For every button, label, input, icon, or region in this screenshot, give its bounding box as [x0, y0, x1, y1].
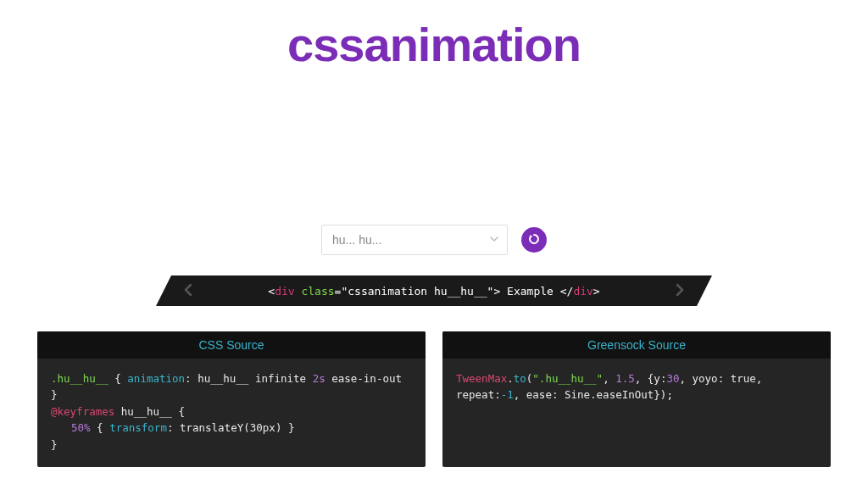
css-source-code: .hu__hu__ { animation: hu__hu__ infinite…	[37, 359, 426, 465]
next-button[interactable]	[675, 281, 685, 301]
greensock-source-code: TweenMax.to(".hu__hu__", 1.5, {y:30, yoy…	[442, 359, 831, 415]
panel-title: Greensock Source	[442, 331, 831, 359]
css-source-panel: CSS Source .hu__hu__ { animation: hu__hu…	[37, 331, 426, 467]
select-value: hu... hu...	[332, 233, 381, 247]
panel-title: CSS Source	[37, 331, 426, 359]
refresh-button[interactable]	[521, 227, 547, 253]
refresh-icon	[527, 232, 541, 248]
usage-code-text: <div class="cssanimation hu__hu__"> Exam…	[268, 285, 599, 298]
animation-select[interactable]: hu... hu...	[321, 225, 508, 255]
usage-code-bar: <div class="cssanimation hu__hu__"> Exam…	[171, 275, 697, 306]
page-title: cssanimation	[0, 17, 868, 72]
greensock-source-panel: Greensock Source TweenMax.to(".hu__hu__"…	[442, 331, 831, 467]
prev-button[interactable]	[183, 281, 193, 301]
